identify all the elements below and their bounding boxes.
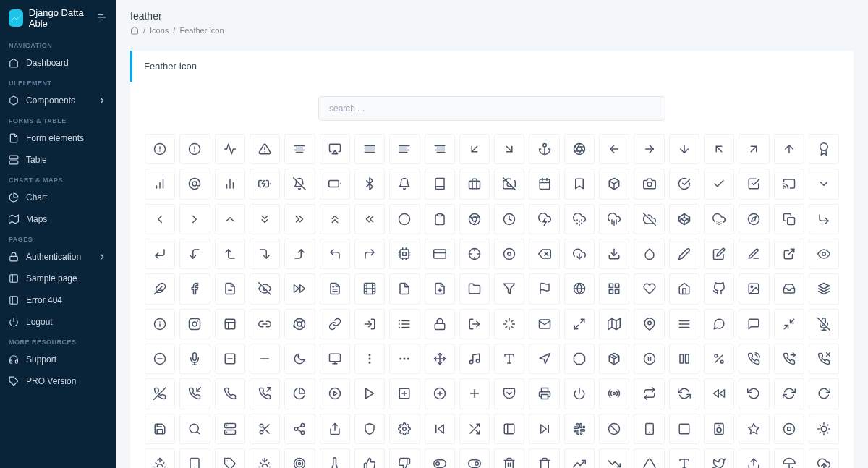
icon-slash[interactable]	[599, 414, 629, 444]
icon-rotate-ccw[interactable]	[739, 378, 769, 409]
icon-music[interactable]	[459, 344, 490, 374]
icon-refresh-cw[interactable]	[774, 378, 804, 409]
icon-corner-up-left[interactable]	[320, 239, 350, 269]
icon-twitter[interactable]	[704, 448, 734, 468]
icon-align-justify[interactable]	[354, 134, 385, 164]
icon-maximize-2[interactable]	[564, 309, 595, 339]
icon-skip-back[interactable]	[425, 414, 455, 444]
icon-file-minus[interactable]	[215, 273, 245, 304]
sidebar-item-pro-version[interactable]: PRO Version	[0, 370, 116, 392]
icon-arrow-up-left[interactable]	[704, 134, 734, 164]
icon-airplay[interactable]	[320, 134, 350, 164]
icon-message-square[interactable]	[739, 309, 769, 339]
sidebar-item-maps[interactable]: Maps	[0, 208, 116, 230]
icon-file-plus[interactable]	[425, 273, 455, 304]
icon-repeat[interactable]	[634, 378, 664, 409]
icon-package[interactable]	[599, 344, 629, 374]
icon-trash[interactable]	[529, 448, 559, 468]
icon-phone-call[interactable]	[739, 344, 769, 374]
icon-clock[interactable]	[494, 204, 524, 234]
icon-battery[interactable]	[320, 169, 350, 199]
icon-trending-down[interactable]	[599, 448, 629, 468]
icon-check-square[interactable]	[739, 169, 769, 199]
icon-flag[interactable]	[529, 273, 559, 304]
icon-github[interactable]	[704, 273, 734, 304]
icon-server[interactable]	[215, 414, 245, 444]
icon-sunset[interactable]	[250, 448, 280, 468]
icon-trending-up[interactable]	[564, 448, 595, 468]
icon-arrow-down-left[interactable]	[459, 134, 490, 164]
sidebar-toggle-icon[interactable]	[97, 12, 107, 25]
icon-more-vertical[interactable]	[354, 344, 385, 374]
icon-printer[interactable]	[529, 378, 559, 409]
sidebar-item-dashboard[interactable]: Dashboard	[0, 52, 116, 74]
icon-camera-off[interactable]	[494, 169, 524, 199]
icon-cloud-rain[interactable]	[599, 204, 629, 234]
icon-download[interactable]	[599, 239, 629, 269]
icon-link[interactable]	[320, 309, 350, 339]
icon-type[interactable]	[494, 344, 524, 374]
icon-phone[interactable]	[215, 378, 245, 409]
icon-sun[interactable]	[809, 414, 839, 444]
icon-box[interactable]	[599, 169, 629, 199]
icon-scissors[interactable]	[250, 414, 280, 444]
sidebar-item-logout[interactable]: Logout	[0, 311, 116, 333]
icon-camera[interactable]	[634, 169, 664, 199]
icon-pie-chart[interactable]	[284, 378, 315, 409]
sidebar-item-table[interactable]: Table	[0, 149, 116, 171]
icon-award[interactable]	[809, 134, 839, 164]
icon-fast-forward[interactable]	[284, 273, 315, 304]
icon-columns[interactable]	[669, 344, 699, 374]
icon-link-2[interactable]	[250, 309, 280, 339]
icon-share-2[interactable]	[284, 414, 315, 444]
icon-map[interactable]	[599, 309, 629, 339]
icon-external-link[interactable]	[774, 239, 804, 269]
icon-bookmark[interactable]	[564, 169, 595, 199]
icon-tag[interactable]	[215, 448, 245, 468]
icon-corner-down-right[interactable]	[809, 204, 839, 234]
icon-activity[interactable]	[215, 134, 245, 164]
icon-image[interactable]	[739, 273, 769, 304]
icon-corner-down-left[interactable]	[145, 239, 175, 269]
icon-clipboard[interactable]	[425, 204, 455, 234]
icon-edit-3[interactable]	[739, 239, 769, 269]
icon-circle[interactable]	[389, 204, 420, 234]
icon-check[interactable]	[704, 169, 734, 199]
icon-speaker[interactable]	[704, 414, 734, 444]
icon-rotate-cw[interactable]	[809, 378, 839, 409]
icon-briefcase[interactable]	[459, 169, 490, 199]
icon-cloud-lightning[interactable]	[529, 204, 559, 234]
icon-corner-up-right[interactable]	[354, 239, 385, 269]
icon-navigation[interactable]	[529, 344, 559, 374]
icon-smartphone[interactable]	[634, 414, 664, 444]
icon-plus[interactable]	[459, 378, 490, 409]
icon-filter[interactable]	[494, 273, 524, 304]
icon-align-right[interactable]	[425, 134, 455, 164]
icon-folder[interactable]	[459, 273, 490, 304]
icon-phone-missed[interactable]	[809, 344, 839, 374]
icon-map-pin[interactable]	[634, 309, 664, 339]
icon-minus-circle[interactable]	[145, 344, 175, 374]
icon-phone-outgoing[interactable]	[250, 378, 280, 409]
icon-bluetooth[interactable]	[354, 169, 385, 199]
icon-monitor[interactable]	[320, 344, 350, 374]
icon-upload-cloud[interactable]	[809, 448, 839, 468]
icon-thumbs-up[interactable]	[354, 448, 385, 468]
icon-target[interactable]	[284, 448, 315, 468]
icon-grid[interactable]	[599, 273, 629, 304]
icon-minimize-2[interactable]	[774, 309, 804, 339]
icon-pocket[interactable]	[494, 378, 524, 409]
icon-inbox[interactable]	[774, 273, 804, 304]
icon-chrome[interactable]	[459, 204, 490, 234]
icon-corner-right-up[interactable]	[284, 239, 315, 269]
icon-settings[interactable]	[389, 414, 420, 444]
icon-lock[interactable]	[425, 309, 455, 339]
icon-star[interactable]	[739, 414, 769, 444]
icon-loader[interactable]	[494, 309, 524, 339]
icon-type[interactable]	[669, 448, 699, 468]
icon-facebook[interactable]	[179, 273, 210, 304]
icon-phone-off[interactable]	[145, 378, 175, 409]
icon-home[interactable]	[669, 273, 699, 304]
icon-play[interactable]	[354, 378, 385, 409]
sidebar-item-error-404[interactable]: Error 404	[0, 289, 116, 311]
